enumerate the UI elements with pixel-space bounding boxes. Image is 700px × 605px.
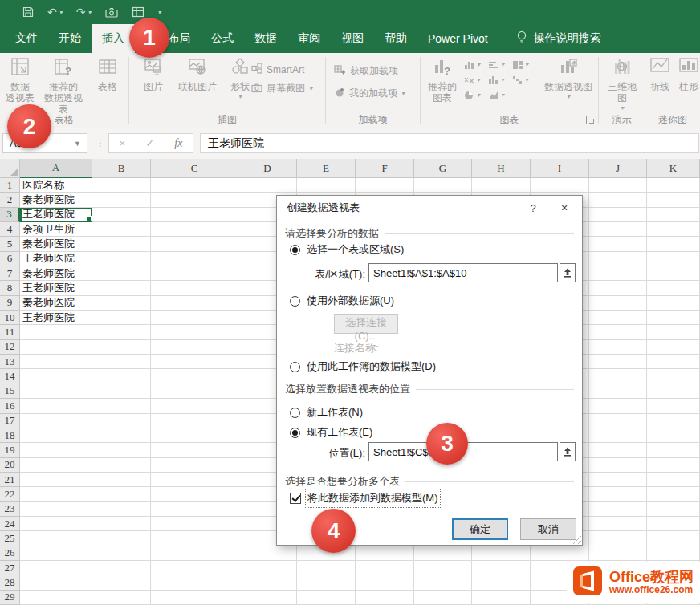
radio-select-table-range[interactable]: 选择一个表或区域(S) <box>290 242 404 257</box>
cell-B21[interactable] <box>92 473 151 487</box>
column-header-H[interactable]: H <box>472 159 531 178</box>
cell-C9[interactable] <box>151 296 238 311</box>
row-header-25[interactable]: 25 <box>0 531 20 546</box>
cell-J2[interactable] <box>589 193 647 207</box>
cell-C21[interactable] <box>151 473 238 487</box>
camera-icon[interactable] <box>105 7 118 18</box>
cell-B3[interactable] <box>92 208 151 222</box>
waterfall-chart-button[interactable]: ▾ <box>512 72 536 87</box>
ribbon-tab-2[interactable]: 开始 <box>48 24 92 53</box>
cell-B5[interactable] <box>92 237 151 251</box>
cell-B17[interactable] <box>92 414 151 428</box>
cell-J17[interactable] <box>589 414 647 428</box>
cell-K9[interactable] <box>647 296 700 311</box>
cell-A26[interactable] <box>20 546 92 561</box>
cell-C23[interactable] <box>151 502 238 517</box>
cell-K16[interactable] <box>647 399 700 413</box>
collapse-dialog-button[interactable] <box>560 263 576 282</box>
cell-C3[interactable] <box>151 208 238 222</box>
cell-B12[interactable] <box>92 340 151 355</box>
column-header-A[interactable]: A <box>20 159 92 178</box>
cell-C4[interactable] <box>151 222 238 237</box>
redo-dropdown-icon[interactable]: ▾ <box>88 9 91 16</box>
enter-icon[interactable]: ✓ <box>145 137 154 149</box>
cell-J12[interactable] <box>589 340 647 355</box>
row-header-18[interactable]: 18 <box>0 428 20 443</box>
cell-A29[interactable] <box>20 591 92 605</box>
cell-J10[interactable] <box>589 311 647 325</box>
cell-D29[interactable] <box>238 591 297 605</box>
cell-A6[interactable]: 王老师医院 <box>20 252 92 266</box>
cell-A18[interactable] <box>20 428 92 443</box>
cell-B13[interactable] <box>92 355 151 369</box>
cell-F26[interactable] <box>356 546 414 561</box>
cell-A5[interactable]: 秦老师医院 <box>20 237 92 251</box>
cell-C7[interactable] <box>151 266 238 281</box>
cell-A15[interactable] <box>20 384 92 399</box>
cell-J23[interactable] <box>589 502 647 517</box>
row-header-14[interactable]: 14 <box>0 369 20 384</box>
cell-F29[interactable] <box>356 591 414 605</box>
cell-A25[interactable] <box>20 531 92 546</box>
cell-C1[interactable] <box>151 178 238 193</box>
tell-me-search[interactable]: 操作说明搜索 <box>516 30 601 47</box>
row-header-3[interactable]: 3 <box>0 208 20 222</box>
cell-C14[interactable] <box>151 369 238 384</box>
column-header-F[interactable]: F <box>356 159 414 178</box>
cell-K6[interactable] <box>647 252 700 266</box>
column-header-G[interactable]: G <box>414 159 472 178</box>
cell-C20[interactable] <box>151 458 238 473</box>
row-header-12[interactable]: 12 <box>0 340 20 355</box>
cell-K3[interactable] <box>647 208 700 222</box>
scatter-chart-button[interactable]: ▾ <box>464 72 488 87</box>
cell-J8[interactable] <box>589 281 647 295</box>
save-icon[interactable] <box>22 6 34 18</box>
cell-A8[interactable]: 王老师医院 <box>20 281 92 295</box>
insert-function-icon[interactable]: fx <box>174 137 182 150</box>
cell-C22[interactable] <box>151 487 238 501</box>
ribbon-tab-7[interactable]: 审阅 <box>287 24 331 53</box>
formula-bar-handle[interactable]: ⋮ <box>96 137 106 148</box>
column-header-K[interactable]: K <box>647 159 700 178</box>
cell-D27[interactable] <box>238 561 297 575</box>
cell-B24[interactable] <box>92 517 151 531</box>
cell-H28[interactable] <box>472 575 531 590</box>
column-header-C[interactable]: C <box>151 159 238 178</box>
ribbon-tab-10[interactable]: Power Pivot <box>417 24 499 53</box>
ribbon-tab-8[interactable]: 视图 <box>331 24 374 53</box>
row-header-8[interactable]: 8 <box>0 281 20 295</box>
cell-K23[interactable] <box>647 502 700 517</box>
row-header-11[interactable]: 11 <box>0 325 20 339</box>
cell-A10[interactable]: 王老师医院 <box>20 311 92 325</box>
cell-A28[interactable] <box>20 575 92 590</box>
cell-C28[interactable] <box>151 575 238 590</box>
charts-dialog-launcher-icon[interactable] <box>586 116 595 124</box>
cell-B11[interactable] <box>92 325 151 339</box>
cell-G26[interactable] <box>414 546 472 561</box>
dialog-close-button[interactable]: × <box>548 196 580 220</box>
cell-D1[interactable] <box>238 178 297 193</box>
cell-A7[interactable]: 秦老师医院 <box>20 266 92 281</box>
3d-map-button[interactable]: 三维地图 ▾ <box>604 56 641 112</box>
statistic-chart-button[interactable]: ▾ <box>488 72 512 87</box>
cell-B7[interactable] <box>92 266 151 281</box>
cell-C29[interactable] <box>151 591 238 605</box>
cell-B6[interactable] <box>92 252 151 266</box>
row-header-6[interactable]: 6 <box>0 252 20 266</box>
cell-A21[interactable] <box>20 473 92 487</box>
cell-B23[interactable] <box>92 502 151 517</box>
recommended-pivottables-button[interactable]: ? 推荐的数据透视表 <box>40 56 87 115</box>
cell-A19[interactable] <box>20 443 92 457</box>
cell-C10[interactable] <box>151 311 238 325</box>
get-addins-button[interactable]: 获取加载项 <box>334 64 398 78</box>
ribbon-tab-3[interactable]: 插入 <box>92 24 135 53</box>
cell-E1[interactable] <box>297 178 356 193</box>
cell-F1[interactable] <box>356 178 414 193</box>
cell-J26[interactable] <box>589 546 647 561</box>
column-header-I[interactable]: I <box>531 159 589 178</box>
cell-C17[interactable] <box>151 414 238 428</box>
cell-K21[interactable] <box>647 473 700 487</box>
row-header-20[interactable]: 20 <box>0 458 20 473</box>
row-header-28[interactable]: 28 <box>0 575 20 590</box>
customize-quick-access-icon[interactable]: ▾ <box>158 9 161 16</box>
